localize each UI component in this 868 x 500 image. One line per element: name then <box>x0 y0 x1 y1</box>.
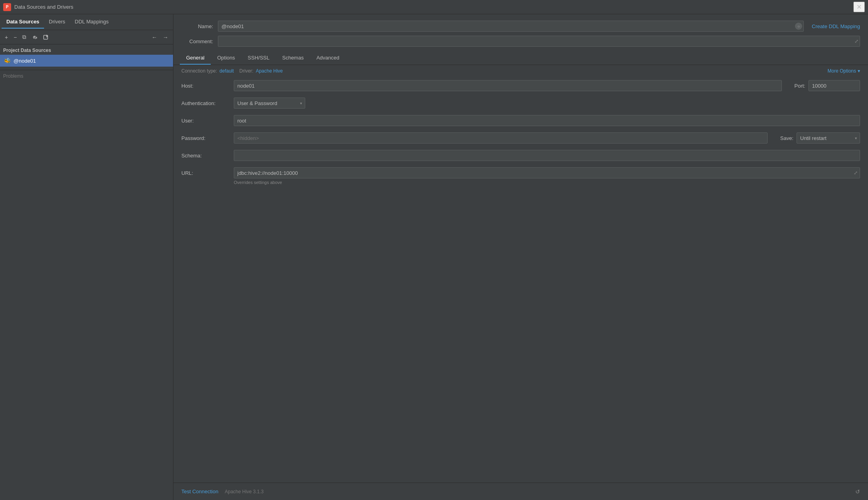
left-panel: Data Sources Drivers DDL Mappings + − ⧉ <box>0 14 173 500</box>
main-layout: Data Sources Drivers DDL Mappings + − ⧉ <box>0 14 868 500</box>
tab-schemas[interactable]: Schemas <box>276 52 310 65</box>
url-section: URL: ⤢ Overrides settings above <box>173 164 868 188</box>
schema-input[interactable] <box>234 150 860 161</box>
connection-type-label: Connection type: <box>181 68 217 74</box>
host-input[interactable] <box>234 80 782 91</box>
authentication-select-wrapper: User & Password No auth Kerberos ▾ <box>234 98 305 109</box>
comment-label: Comment: <box>181 38 213 44</box>
export-button[interactable] <box>40 33 51 42</box>
tab-general[interactable]: General <box>180 52 211 65</box>
password-input[interactable] <box>234 132 768 144</box>
comment-expand-icon[interactable]: ⤢ <box>855 38 858 44</box>
name-input[interactable] <box>218 21 804 32</box>
nav-buttons: ← → <box>149 33 171 42</box>
password-row: Password: Save: Until restart Forever Ne… <box>181 132 860 144</box>
authentication-row: Authentication: User & Password No auth … <box>181 98 860 109</box>
app-icon: P <box>3 3 11 11</box>
conn-type-bar: Connection type: default Driver: Apache … <box>173 65 868 77</box>
name-input-btn[interactable]: ○ <box>795 23 802 30</box>
host-row: Host: Port: <box>181 80 860 91</box>
left-toolbar: + − ⧉ ← → <box>0 30 173 44</box>
user-row: User: <box>181 115 860 126</box>
problems-label: Problems <box>3 73 23 79</box>
driver-version-label: Apache Hive 3.1.3 <box>225 489 264 494</box>
port-section: Port: <box>795 80 860 91</box>
save-section: Save: Until restart Forever Never ▾ <box>780 132 860 144</box>
tree-item-label: @node01 <box>13 58 36 64</box>
host-label: Host: <box>181 83 229 89</box>
more-options-button[interactable]: More Options ▾ <box>828 68 860 74</box>
title-bar: P Data Sources and Drivers ✕ <box>0 0 868 14</box>
hive-icon: 🐝 <box>3 57 11 65</box>
right-panel: Name: ○ Create DDL Mapping Comment: ⤢ Ge… <box>173 14 868 500</box>
section-title: Project Data Sources <box>0 44 173 55</box>
more-options-label: More Options <box>828 68 856 74</box>
top-form: Name: ○ Create DDL Mapping Comment: ⤢ <box>173 14 868 50</box>
save-select-wrapper: Until restart Forever Never ▾ <box>797 132 860 144</box>
password-label: Password: <box>181 135 229 141</box>
bottom-bar: Test Connection Apache Hive 3.1.3 ↺ <box>173 483 868 500</box>
driver-label: Driver: <box>239 68 253 74</box>
tab-advanced[interactable]: Advanced <box>310 52 346 65</box>
schema-label: Schema: <box>181 153 229 159</box>
settings-button[interactable] <box>29 33 40 42</box>
schema-row: Schema: <box>181 150 860 161</box>
name-label: Name: <box>181 23 213 29</box>
save-label: Save: <box>780 135 793 141</box>
back-button[interactable]: ← <box>149 33 160 42</box>
url-expand-icon[interactable]: ⤢ <box>854 170 858 176</box>
remove-button[interactable]: − <box>11 33 19 42</box>
authentication-select[interactable]: User & Password No auth Kerberos <box>234 98 305 109</box>
tab-drivers[interactable]: Drivers <box>44 15 70 29</box>
url-input[interactable] <box>234 167 860 178</box>
name-row: Name: ○ Create DDL Mapping <box>181 21 860 32</box>
tab-data-sources[interactable]: Data Sources <box>2 15 44 29</box>
url-row: URL: ⤢ <box>181 167 860 178</box>
test-connection-button[interactable]: Test Connection <box>181 489 218 494</box>
more-options-arrow: ▾ <box>858 68 860 74</box>
tab-ssh-ssl[interactable]: SSH/SSL <box>241 52 276 65</box>
problems-section: Problems <box>0 70 173 82</box>
name-input-wrapper: ○ <box>218 21 804 32</box>
forward-button[interactable]: → <box>160 33 171 42</box>
comment-row: Comment: ⤢ <box>181 36 860 47</box>
refresh-button[interactable]: ↺ <box>855 489 860 495</box>
left-tab-bar: Data Sources Drivers DDL Mappings <box>0 14 173 30</box>
user-input[interactable] <box>234 115 860 126</box>
copy-button[interactable]: ⧉ <box>20 32 29 42</box>
url-label: URL: <box>181 170 229 176</box>
user-label: User: <box>181 118 229 124</box>
authentication-label: Authentication: <box>181 100 229 106</box>
driver-value[interactable]: Apache Hive <box>256 68 283 74</box>
url-hint: Overrides settings above <box>234 180 860 185</box>
form-grid: Host: Port: Authentication: User & Passw… <box>173 77 868 164</box>
right-tabs: General Options SSH/SSL Schemas Advanced <box>173 52 868 65</box>
window-title: Data Sources and Drivers <box>14 4 73 10</box>
tab-options[interactable]: Options <box>211 52 241 65</box>
port-input[interactable] <box>808 80 860 91</box>
create-ddl-link[interactable]: Create DDL Mapping <box>812 23 860 29</box>
save-select[interactable]: Until restart Forever Never <box>797 132 860 144</box>
tree-item-node01[interactable]: 🐝 @node01 <box>0 55 173 67</box>
port-label: Port: <box>795 83 805 89</box>
close-button[interactable]: ✕ <box>853 2 865 12</box>
add-button[interactable]: + <box>2 33 10 42</box>
comment-input[interactable] <box>218 36 860 47</box>
url-input-wrapper: ⤢ <box>234 167 860 178</box>
connection-type-value[interactable]: default <box>219 68 234 74</box>
title-bar-left: P Data Sources and Drivers <box>3 3 73 11</box>
tab-ddl-mappings[interactable]: DDL Mappings <box>70 15 114 29</box>
comment-wrapper: ⤢ <box>218 36 860 47</box>
